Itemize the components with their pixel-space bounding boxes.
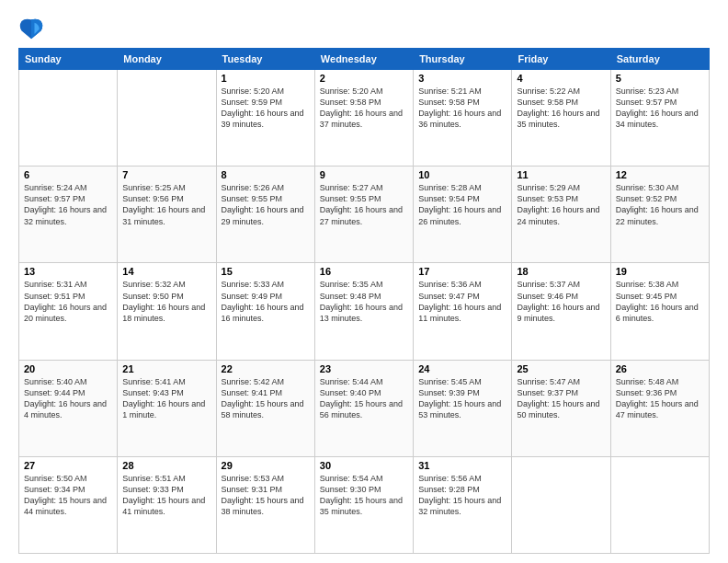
calendar-header-thursday: Thursday xyxy=(414,49,512,70)
day-number: 6 xyxy=(24,169,112,180)
calendar-cell: 17Sunrise: 5:36 AM Sunset: 9:47 PM Dayli… xyxy=(414,263,512,360)
calendar-table: SundayMondayTuesdayWednesdayThursdayFrid… xyxy=(18,48,710,554)
cell-content: Sunrise: 5:51 AM Sunset: 9:33 PM Dayligh… xyxy=(122,473,210,518)
day-number: 14 xyxy=(122,266,210,277)
cell-content: Sunrise: 5:20 AM Sunset: 9:59 PM Dayligh… xyxy=(222,86,310,131)
calendar-cell: 15Sunrise: 5:33 AM Sunset: 9:49 PM Dayli… xyxy=(216,263,314,360)
cell-content: Sunrise: 5:35 AM Sunset: 9:48 PM Dayligh… xyxy=(320,279,408,324)
cell-content: Sunrise: 5:42 AM Sunset: 9:41 PM Dayligh… xyxy=(222,376,310,421)
cell-content: Sunrise: 5:25 AM Sunset: 9:56 PM Dayligh… xyxy=(122,182,210,227)
cell-content: Sunrise: 5:44 AM Sunset: 9:40 PM Dayligh… xyxy=(320,376,408,421)
day-number: 3 xyxy=(418,73,506,84)
day-number: 29 xyxy=(222,460,310,471)
logo xyxy=(18,15,48,40)
calendar-cell: 19Sunrise: 5:38 AM Sunset: 9:45 PM Dayli… xyxy=(610,263,709,360)
cell-content: Sunrise: 5:33 AM Sunset: 9:49 PM Dayligh… xyxy=(222,279,310,324)
calendar-cell xyxy=(118,70,216,167)
cell-content: Sunrise: 5:54 AM Sunset: 9:30 PM Dayligh… xyxy=(320,473,408,518)
calendar-week-row: 6Sunrise: 5:24 AM Sunset: 9:57 PM Daylig… xyxy=(19,167,710,263)
calendar-cell xyxy=(610,456,709,553)
calendar-cell: 16Sunrise: 5:35 AM Sunset: 9:48 PM Dayli… xyxy=(314,263,413,360)
day-number: 8 xyxy=(222,169,310,180)
calendar-header-friday: Friday xyxy=(512,49,610,70)
day-number: 23 xyxy=(320,363,408,374)
cell-content: Sunrise: 5:50 AM Sunset: 9:34 PM Dayligh… xyxy=(24,473,112,518)
day-number: 27 xyxy=(24,460,112,471)
calendar-cell: 28Sunrise: 5:51 AM Sunset: 9:33 PM Dayli… xyxy=(118,456,216,553)
cell-content: Sunrise: 5:20 AM Sunset: 9:58 PM Dayligh… xyxy=(320,86,408,131)
calendar-cell xyxy=(512,456,610,553)
cell-content: Sunrise: 5:37 AM Sunset: 9:46 PM Dayligh… xyxy=(517,279,605,324)
day-number: 7 xyxy=(122,169,210,180)
cell-content: Sunrise: 5:53 AM Sunset: 9:31 PM Dayligh… xyxy=(222,473,310,518)
calendar-cell: 25Sunrise: 5:47 AM Sunset: 9:37 PM Dayli… xyxy=(512,360,610,456)
cell-content: Sunrise: 5:29 AM Sunset: 9:53 PM Dayligh… xyxy=(517,182,605,227)
calendar-cell: 18Sunrise: 5:37 AM Sunset: 9:46 PM Dayli… xyxy=(512,263,610,360)
cell-content: Sunrise: 5:38 AM Sunset: 9:45 PM Dayligh… xyxy=(616,279,704,324)
cell-content: Sunrise: 5:36 AM Sunset: 9:47 PM Dayligh… xyxy=(418,279,506,324)
cell-content: Sunrise: 5:41 AM Sunset: 9:43 PM Dayligh… xyxy=(122,376,210,421)
calendar-week-row: 1Sunrise: 5:20 AM Sunset: 9:59 PM Daylig… xyxy=(19,70,710,167)
cell-content: Sunrise: 5:28 AM Sunset: 9:54 PM Dayligh… xyxy=(418,182,506,227)
calendar-week-row: 27Sunrise: 5:50 AM Sunset: 9:34 PM Dayli… xyxy=(19,456,710,553)
cell-content: Sunrise: 5:23 AM Sunset: 9:57 PM Dayligh… xyxy=(616,86,704,131)
day-number: 26 xyxy=(616,363,704,374)
calendar-cell: 1Sunrise: 5:20 AM Sunset: 9:59 PM Daylig… xyxy=(216,70,314,167)
calendar-header-sunday: Sunday xyxy=(19,49,118,70)
calendar-cell: 21Sunrise: 5:41 AM Sunset: 9:43 PM Dayli… xyxy=(118,360,216,456)
calendar-cell: 24Sunrise: 5:45 AM Sunset: 9:39 PM Dayli… xyxy=(414,360,512,456)
cell-content: Sunrise: 5:30 AM Sunset: 9:52 PM Dayligh… xyxy=(616,182,704,227)
cell-content: Sunrise: 5:24 AM Sunset: 9:57 PM Dayligh… xyxy=(24,182,112,227)
day-number: 24 xyxy=(418,363,506,374)
day-number: 21 xyxy=(122,363,210,374)
calendar-header-monday: Monday xyxy=(118,49,216,70)
cell-content: Sunrise: 5:56 AM Sunset: 9:28 PM Dayligh… xyxy=(418,473,506,518)
cell-content: Sunrise: 5:27 AM Sunset: 9:55 PM Dayligh… xyxy=(320,182,408,227)
calendar-cell: 23Sunrise: 5:44 AM Sunset: 9:40 PM Dayli… xyxy=(314,360,413,456)
cell-content: Sunrise: 5:40 AM Sunset: 9:44 PM Dayligh… xyxy=(24,376,112,421)
cell-content: Sunrise: 5:31 AM Sunset: 9:51 PM Dayligh… xyxy=(24,279,112,324)
calendar-cell: 22Sunrise: 5:42 AM Sunset: 9:41 PM Dayli… xyxy=(216,360,314,456)
calendar-header-row: SundayMondayTuesdayWednesdayThursdayFrid… xyxy=(19,49,710,70)
header xyxy=(18,15,710,40)
cell-content: Sunrise: 5:32 AM Sunset: 9:50 PM Dayligh… xyxy=(122,279,210,324)
calendar-cell: 9Sunrise: 5:27 AM Sunset: 9:55 PM Daylig… xyxy=(314,167,413,263)
calendar-cell: 27Sunrise: 5:50 AM Sunset: 9:34 PM Dayli… xyxy=(19,456,118,553)
calendar-header-saturday: Saturday xyxy=(610,49,709,70)
calendar-cell: 5Sunrise: 5:23 AM Sunset: 9:57 PM Daylig… xyxy=(610,70,709,167)
day-number: 18 xyxy=(517,266,605,277)
day-number: 30 xyxy=(320,460,408,471)
calendar-cell: 6Sunrise: 5:24 AM Sunset: 9:57 PM Daylig… xyxy=(19,167,118,263)
calendar-header-tuesday: Tuesday xyxy=(216,49,314,70)
day-number: 4 xyxy=(517,73,605,84)
calendar-cell: 11Sunrise: 5:29 AM Sunset: 9:53 PM Dayli… xyxy=(512,167,610,263)
day-number: 9 xyxy=(320,169,408,180)
day-number: 19 xyxy=(616,266,704,277)
calendar-cell: 29Sunrise: 5:53 AM Sunset: 9:31 PM Dayli… xyxy=(216,456,314,553)
day-number: 28 xyxy=(122,460,210,471)
calendar-cell: 8Sunrise: 5:26 AM Sunset: 9:55 PM Daylig… xyxy=(216,167,314,263)
cell-content: Sunrise: 5:48 AM Sunset: 9:36 PM Dayligh… xyxy=(616,376,704,421)
day-number: 22 xyxy=(222,363,310,374)
calendar-cell: 2Sunrise: 5:20 AM Sunset: 9:58 PM Daylig… xyxy=(314,70,413,167)
day-number: 13 xyxy=(24,266,112,277)
day-number: 25 xyxy=(517,363,605,374)
calendar-cell: 4Sunrise: 5:22 AM Sunset: 9:58 PM Daylig… xyxy=(512,70,610,167)
day-number: 2 xyxy=(320,73,408,84)
day-number: 5 xyxy=(616,73,704,84)
day-number: 17 xyxy=(418,266,506,277)
calendar-week-row: 20Sunrise: 5:40 AM Sunset: 9:44 PM Dayli… xyxy=(19,360,710,456)
calendar-week-row: 13Sunrise: 5:31 AM Sunset: 9:51 PM Dayli… xyxy=(19,263,710,360)
day-number: 15 xyxy=(222,266,310,277)
calendar-cell: 13Sunrise: 5:31 AM Sunset: 9:51 PM Dayli… xyxy=(19,263,118,360)
calendar-cell: 31Sunrise: 5:56 AM Sunset: 9:28 PM Dayli… xyxy=(414,456,512,553)
calendar-cell: 26Sunrise: 5:48 AM Sunset: 9:36 PM Dayli… xyxy=(610,360,709,456)
cell-content: Sunrise: 5:26 AM Sunset: 9:55 PM Dayligh… xyxy=(222,182,310,227)
calendar-cell: 3Sunrise: 5:21 AM Sunset: 9:58 PM Daylig… xyxy=(414,70,512,167)
logo-icon xyxy=(18,15,44,40)
day-number: 10 xyxy=(418,169,506,180)
day-number: 31 xyxy=(418,460,506,471)
day-number: 11 xyxy=(517,169,605,180)
calendar-cell: 20Sunrise: 5:40 AM Sunset: 9:44 PM Dayli… xyxy=(19,360,118,456)
cell-content: Sunrise: 5:47 AM Sunset: 9:37 PM Dayligh… xyxy=(517,376,605,421)
